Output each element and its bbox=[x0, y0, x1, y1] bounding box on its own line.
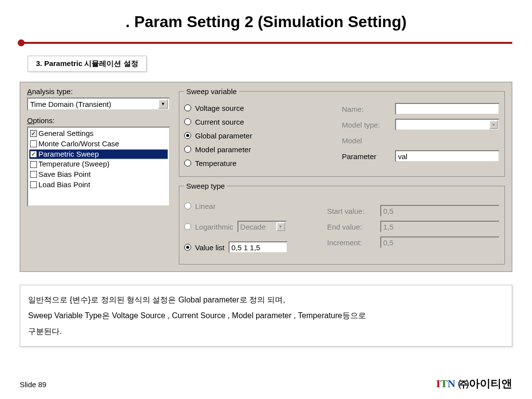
value-list-input[interactable]: 0,5 1 1,5 bbox=[229, 241, 288, 253]
radio-linear[interactable]: Linear bbox=[184, 197, 322, 215]
log-scale-value: Decade bbox=[240, 223, 266, 231]
end-value-input[interactable]: 1,5 bbox=[380, 221, 499, 233]
description-line: 일반적으로 {변수}로 정의된 형식의 설정은 Global parameter… bbox=[28, 292, 504, 308]
list-item[interactable]: Save Bias Point bbox=[29, 169, 168, 180]
options-listbox[interactable]: ✓General SettingsMonte Carlo/Worst Case✓… bbox=[27, 127, 170, 206]
model-type-field-row: Model type: ▼ bbox=[342, 118, 499, 131]
divider-line bbox=[24, 42, 512, 44]
parameter-label: Parameter bbox=[342, 152, 391, 161]
model-type-label: Model type: bbox=[342, 121, 391, 129]
slide-footer: Slide 89 ITN ㈜아이티앤 bbox=[0, 376, 532, 391]
radio-row[interactable]: Global parameter bbox=[184, 130, 330, 141]
checkbox-icon[interactable] bbox=[30, 181, 37, 188]
description-box: 일반적으로 {변수}로 정의된 형식의 설정은 Global parameter… bbox=[20, 285, 512, 347]
radio-row[interactable]: Current source bbox=[184, 116, 330, 127]
checkbox-icon[interactable] bbox=[30, 140, 37, 147]
list-item-label: Save Bias Point bbox=[38, 170, 91, 179]
checkbox-icon[interactable]: ✓ bbox=[30, 130, 37, 137]
radio-icon bbox=[184, 202, 191, 209]
slide-number: Slide 89 bbox=[20, 380, 46, 389]
section-heading: 3. Parametric 시뮬레이션 설정 bbox=[28, 56, 147, 72]
radio-label: Temperature bbox=[195, 159, 236, 167]
sweep-variable-group: Sweep variable Voltage sourceCurrent sou… bbox=[179, 87, 505, 177]
analysis-type-combo[interactable]: Time Domain (Transient) ▼ bbox=[27, 98, 170, 110]
checkbox-icon[interactable] bbox=[30, 171, 37, 178]
chevron-down-icon[interactable]: ▼ bbox=[158, 99, 168, 109]
title-divider bbox=[18, 38, 514, 47]
brand-logo: ITN ㈜아이티앤 bbox=[436, 376, 512, 391]
list-item-label: Monte Carlo/Worst Case bbox=[38, 139, 119, 149]
analysis-type-value: Time Domain (Transient) bbox=[30, 100, 111, 108]
checkbox-icon[interactable] bbox=[30, 161, 37, 168]
page-title: . Param Setting 2 (Simulation Setting) bbox=[0, 0, 532, 38]
model-input bbox=[395, 134, 499, 146]
increment-row: Increment: 0,5 bbox=[327, 236, 499, 249]
list-item[interactable]: ✓General Settings bbox=[29, 129, 168, 139]
list-item-label: Parametric Sweep bbox=[38, 150, 99, 159]
end-value-label: End value: bbox=[327, 223, 376, 231]
end-value-row: End value: 1,5 bbox=[327, 220, 499, 233]
radio-icon bbox=[184, 118, 191, 125]
radio-icon bbox=[184, 223, 191, 230]
log-scale-combo[interactable]: Decade ▼ bbox=[237, 221, 287, 233]
radio-row[interactable]: Temperature bbox=[184, 158, 330, 168]
radio-row[interactable]: Voltage source bbox=[184, 102, 330, 113]
list-item[interactable]: Load Bias Point bbox=[29, 180, 168, 190]
name-field-row: Name: bbox=[342, 102, 499, 115]
list-item[interactable]: Temperature (Sweep) bbox=[29, 159, 168, 169]
radio-value-list[interactable]: Value list 0,5 1 1,5 bbox=[184, 238, 322, 256]
radio-label: Voltage source bbox=[195, 104, 244, 112]
description-line: Sweep Variable Type은 Voltage Source , Cu… bbox=[28, 308, 504, 324]
sweep-type-legend: Sweep type bbox=[184, 182, 227, 190]
radio-row[interactable]: Model parameter bbox=[184, 144, 330, 155]
start-value-input[interactable]: 0,5 bbox=[380, 205, 499, 217]
radio-icon bbox=[184, 104, 191, 111]
radio-label: Model parameter bbox=[195, 145, 251, 154]
options-label: Options: bbox=[27, 116, 170, 125]
parameter-field-row: Parameter val bbox=[342, 150, 499, 163]
list-item[interactable]: Monte Carlo/Worst Case bbox=[29, 139, 168, 149]
chevron-down-icon[interactable]: ▼ bbox=[489, 120, 498, 129]
radio-icon bbox=[184, 132, 191, 139]
analysis-type-label: Analysis type: bbox=[27, 87, 170, 96]
radio-label: Current source bbox=[195, 118, 244, 126]
model-field-row: Model bbox=[342, 134, 499, 147]
sweep-variable-radios: Voltage sourceCurrent sourceGlobal param… bbox=[184, 100, 330, 171]
radio-icon bbox=[184, 146, 191, 153]
list-item-label: General Settings bbox=[38, 129, 94, 138]
sweep-variable-legend: Sweep variable bbox=[184, 87, 239, 96]
model-label: Model bbox=[342, 136, 391, 145]
name-input[interactable] bbox=[395, 103, 499, 115]
sweep-type-group: Sweep type Linear Logarithmic Decade ▼ bbox=[179, 182, 505, 265]
radio-label: Logarithmic bbox=[195, 223, 233, 231]
radio-icon bbox=[184, 244, 191, 251]
sweep-variable-fields: Name: Model type: ▼ Model bbox=[342, 100, 499, 171]
sweep-type-fields: Start value: 0,5 End value: 1,5 Incremen… bbox=[327, 201, 499, 252]
description-line: 구분된다. bbox=[28, 324, 504, 339]
start-value-row: Start value: 0,5 bbox=[327, 204, 499, 217]
increment-input[interactable]: 0,5 bbox=[380, 236, 499, 248]
radio-label: Global parameter bbox=[195, 132, 252, 140]
list-item-label: Temperature (Sweep) bbox=[38, 160, 109, 169]
list-item[interactable]: ✓Parametric Sweep bbox=[29, 149, 168, 160]
start-value-label: Start value: bbox=[327, 207, 376, 215]
radio-icon bbox=[184, 160, 191, 166]
dialog-right-column: Sweep variable Voltage sourceCurrent sou… bbox=[179, 87, 505, 265]
radio-label: Value list bbox=[195, 243, 225, 252]
model-type-combo[interactable]: ▼ bbox=[395, 119, 499, 131]
checkbox-icon[interactable]: ✓ bbox=[30, 151, 37, 158]
increment-label: Increment: bbox=[327, 238, 376, 247]
simulation-settings-dialog: Analysis type: Time Domain (Transient) ▼… bbox=[20, 82, 512, 272]
name-label: Name: bbox=[342, 105, 391, 113]
dialog-left-column: Analysis type: Time Domain (Transient) ▼… bbox=[27, 87, 170, 265]
radio-logarithmic[interactable]: Logarithmic Decade ▼ bbox=[184, 218, 322, 235]
list-item-label: Load Bias Point bbox=[38, 180, 90, 190]
radio-label: Linear bbox=[195, 202, 216, 210]
sweep-type-radios: Linear Logarithmic Decade ▼ Value list 0 bbox=[184, 194, 322, 259]
parameter-input[interactable]: val bbox=[395, 150, 499, 162]
chevron-down-icon[interactable]: ▼ bbox=[276, 222, 285, 231]
